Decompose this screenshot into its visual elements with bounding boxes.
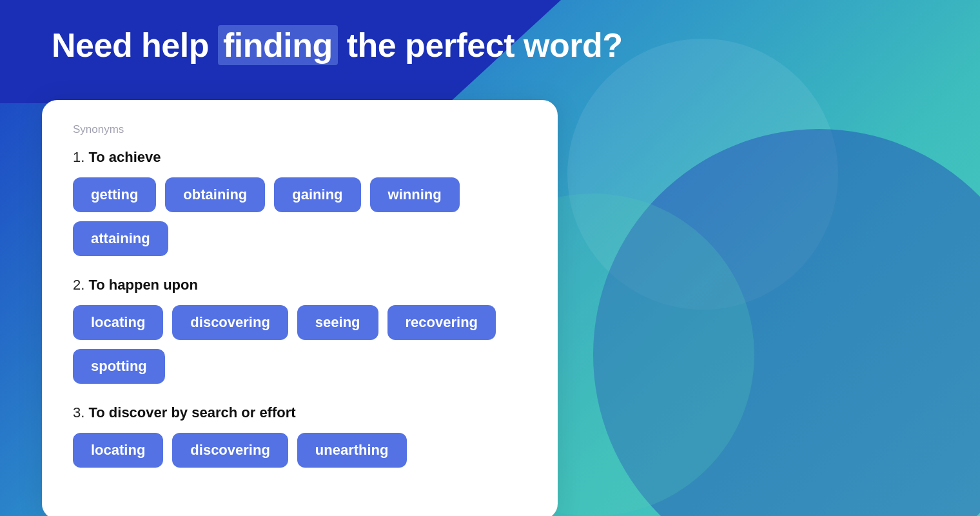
tag-3-2[interactable]: discovering	[172, 433, 288, 468]
title-suffix: the perfect word?	[338, 26, 623, 64]
tag-1-3[interactable]: gaining	[274, 177, 360, 212]
tags-group-1: gettingobtaininggainingwinningattaining	[73, 177, 527, 256]
group-title-3: 3. To discover by search or effort	[73, 404, 527, 421]
tag-2-3[interactable]: seeing	[297, 305, 378, 340]
tag-1-1[interactable]: getting	[73, 177, 156, 212]
page-title: Need help finding the perfect word?	[52, 27, 622, 64]
synonym-group-2: 2. To happen uponlocatingdiscoveringseei…	[73, 277, 527, 384]
section-label: Synonyms	[73, 123, 527, 136]
tags-group-2: locatingdiscoveringseeingrecoveringspott…	[73, 305, 527, 384]
tags-group-3: locatingdiscoveringunearthing	[73, 433, 527, 468]
group-title-2: 2. To happen upon	[73, 277, 527, 293]
tag-3-3[interactable]: unearthing	[297, 433, 407, 468]
tag-2-1[interactable]: locating	[73, 305, 163, 340]
tag-1-2[interactable]: obtaining	[165, 177, 265, 212]
tag-1-5[interactable]: attaining	[73, 221, 168, 256]
title-prefix: Need help	[52, 26, 218, 64]
tag-1-4[interactable]: winning	[370, 177, 460, 212]
synonym-group-3: 3. To discover by search or effortlocati…	[73, 404, 527, 468]
groups-container: 1. To achievegettingobtaininggainingwinn…	[73, 149, 527, 468]
tag-2-2[interactable]: discovering	[172, 305, 288, 340]
tag-2-4[interactable]: recovering	[387, 305, 496, 340]
tag-3-1[interactable]: locating	[73, 433, 163, 468]
group-title-1: 1. To achieve	[73, 149, 527, 166]
synonym-group-1: 1. To achievegettingobtaininggainingwinn…	[73, 149, 527, 256]
title-highlight: finding	[218, 25, 338, 65]
synonyms-card: Synonyms 1. To achievegettingobtainingga…	[42, 100, 558, 516]
tag-2-5[interactable]: spotting	[73, 349, 165, 384]
